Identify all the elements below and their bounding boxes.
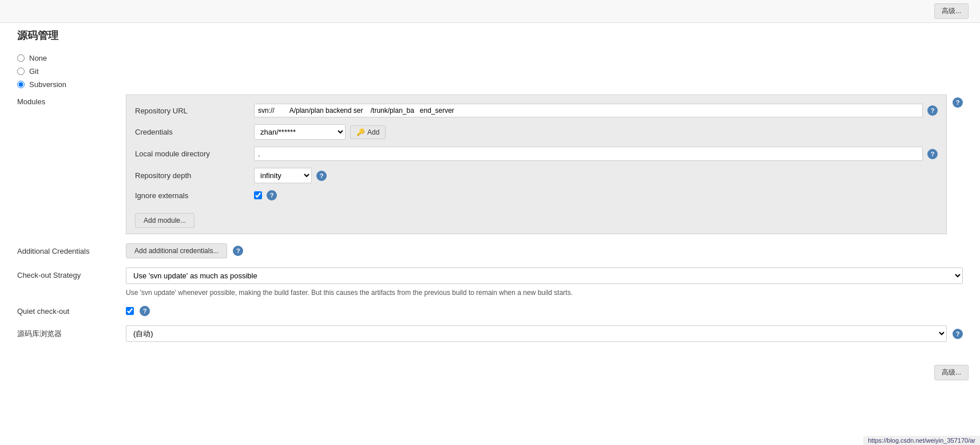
additional-credentials-row: Additional Credentials Add additional cr… [17,243,963,258]
repo-url-label: Repository URL [135,107,249,115]
source-browser-row: 源码库浏览器 (自动) ViewSVN FishEye Sventon 1.x … [17,325,963,342]
checkout-strategy-description: Use 'svn update' whenever possible, maki… [126,289,963,297]
status-bar: https://blog.csdn.net/weiyin_357170/ar [863,436,980,445]
add-credentials-button[interactable]: 🔑 Add [350,125,386,139]
repo-depth-label: Repository depth [135,171,249,180]
radio-git-input[interactable] [17,68,25,75]
bottom-advanced-button[interactable]: 高级... [934,365,969,380]
quiet-checkout-row: Quiet check-out ? [17,306,963,316]
source-browser-label: 源码库浏览器 [17,329,120,339]
modules-help-icon[interactable]: ? [953,97,963,108]
ignore-externals-row: Ignore externals ? [135,190,938,200]
top-advanced-button[interactable]: 高级... [934,3,969,19]
checkout-strategy-outer-row: Check-out Strategy Use 'svn update' as m… [17,267,963,297]
local-dir-help-icon[interactable]: ? [927,149,938,159]
page-wrapper: 高级... 源码管理 None Git Subversion Modules [0,0,980,445]
local-dir-label: Local module directory [135,149,249,158]
radio-none-input[interactable] [17,54,25,62]
radio-git: Git [17,67,963,76]
credentials-select[interactable]: zhan/****** [254,124,346,140]
depth-select[interactable]: infinity empty files immediates [254,168,312,183]
top-bar: 高级... [0,0,980,23]
repo-url-help-icon[interactable]: ? [927,105,938,116]
ignore-externals-label: Ignore externals [135,191,249,200]
local-dir-row: Local module directory ? [135,147,938,161]
source-browser-help-icon[interactable]: ? [953,329,963,339]
credentials-label: Credentials [135,128,249,136]
local-dir-controls [254,147,923,161]
repo-url-controls [254,104,923,117]
radio-none: None [17,54,963,62]
radio-subversion-input[interactable] [17,81,25,88]
radio-subversion: Subversion [17,80,963,89]
repo-url-input[interactable] [254,104,923,117]
modules-section-label: Modules [17,94,120,234]
quiet-checkout-checkbox[interactable] [126,307,134,315]
repo-depth-help-icon[interactable]: ? [316,171,327,181]
add-module-button[interactable]: Add module... [135,213,195,228]
quiet-checkout-help-icon[interactable]: ? [140,306,150,316]
credentials-controls: zhan/****** 🔑 Add [254,124,386,140]
additional-credentials-label: Additional Credentials [17,247,120,255]
local-dir-input[interactable] [254,147,923,161]
content-area: 源码管理 None Git Subversion Modules Reposit… [0,23,980,348]
checkout-strategy-label: Check-out Strategy [17,267,120,279]
credentials-row: Credentials zhan/****** 🔑 Add [135,124,938,140]
radio-subversion-label[interactable]: Subversion [29,80,66,89]
bottom-bar: 高级... [0,359,980,386]
quiet-checkout-label: Quiet check-out [17,307,120,316]
subversion-section: Modules Repository URL ? Credentials [17,94,963,234]
checkout-strategy-controls: Use 'svn update' as much as possible Alw… [126,267,963,297]
repo-depth-row: Repository depth infinity empty files im… [135,168,938,183]
radio-none-label[interactable]: None [29,54,47,62]
source-control-title: 源码管理 [17,29,963,42]
ignore-externals-controls [254,191,262,199]
key-icon: 🔑 [356,128,365,136]
ignore-externals-checkbox[interactable] [254,191,262,199]
modules-content-box: Repository URL ? Credentials zhan/****** [126,94,947,234]
checkout-strategy-select[interactable]: Use 'svn update' as much as possible Alw… [126,267,963,284]
repo-url-row: Repository URL ? [135,104,938,117]
source-browser-select[interactable]: (自动) ViewSVN FishEye Sventon 1.x Sventon… [126,325,947,342]
add-btn-label: Add [367,128,379,136]
ignore-externals-help-icon[interactable]: ? [267,190,277,200]
repo-depth-controls: infinity empty files immediates [254,168,312,183]
radio-git-label[interactable]: Git [29,67,39,76]
add-additional-credentials-button[interactable]: Add additional credentials... [126,243,227,258]
additional-credentials-help-icon[interactable]: ? [233,246,243,256]
